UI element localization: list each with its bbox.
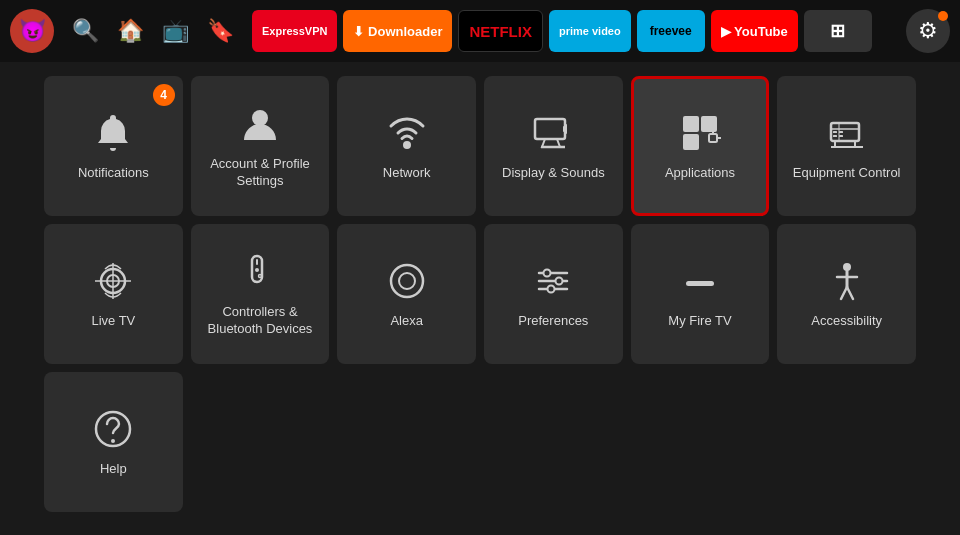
network-icon [385, 111, 429, 155]
network-tile[interactable]: Network [337, 76, 476, 216]
network-label: Network [377, 165, 437, 182]
svg-rect-4 [701, 116, 717, 132]
topbar-left: 😈 🔍 🏠 📺 🔖 [10, 9, 234, 53]
svg-rect-35 [686, 281, 714, 286]
search-icon[interactable]: 🔍 [72, 18, 99, 44]
account-label: Account & Profile Settings [191, 156, 330, 190]
svg-rect-3 [683, 116, 699, 132]
my-fire-tv-tile[interactable]: My Fire TV [631, 224, 770, 364]
notifications-badge: 4 [153, 84, 175, 106]
help-tile[interactable]: Help [44, 372, 183, 512]
preferences-label: Preferences [512, 313, 594, 330]
controllers-icon [238, 250, 282, 294]
app-expressvpn[interactable]: ExpressVPN [252, 10, 337, 52]
svg-rect-14 [833, 135, 837, 137]
live-tv-icon [91, 259, 135, 303]
preferences-tile[interactable]: Preferences [484, 224, 623, 364]
settings-grid: Notifications 4 Account & Profile Settin… [0, 66, 960, 522]
live-tv-label: Live TV [85, 313, 141, 330]
app-youtube[interactable]: ▶ YouTube [711, 10, 798, 52]
display-sounds-label: Display & Sounds [496, 165, 611, 182]
accessibility-label: Accessibility [805, 313, 888, 330]
equipment-control-label: Equipment Control [787, 165, 907, 182]
svg-rect-15 [839, 135, 843, 137]
accessibility-icon [825, 259, 869, 303]
svg-rect-13 [839, 131, 843, 133]
live-tv-tile[interactable]: Live TV [44, 224, 183, 364]
svg-point-32 [544, 269, 551, 276]
notifications-tile[interactable]: Notifications 4 [44, 76, 183, 216]
svg-rect-12 [833, 131, 837, 133]
app-primevideo[interactable]: prime video [549, 10, 631, 52]
svg-rect-5 [683, 134, 699, 150]
display-sounds-tile[interactable]: Display & Sounds [484, 76, 623, 216]
my-fire-tv-icon [678, 259, 722, 303]
svg-rect-6 [709, 134, 717, 142]
account-icon [238, 102, 282, 146]
alexa-label: Alexa [384, 313, 429, 330]
app-grid-icon[interactable]: ⊞ [804, 10, 872, 52]
svg-point-34 [548, 285, 555, 292]
notifications-label: Notifications [72, 165, 155, 182]
svg-point-42 [111, 439, 115, 443]
topbar-apps: ExpressVPN ⬇ Downloader NETFLIX prime vi… [252, 10, 898, 52]
preferences-icon [531, 259, 575, 303]
equipment-control-tile[interactable]: Equipment Control [777, 76, 916, 216]
svg-line-39 [841, 287, 847, 299]
help-label: Help [94, 461, 133, 478]
home-icon[interactable]: 🏠 [117, 18, 144, 44]
tv-icon[interactable]: 📺 [162, 18, 189, 44]
bookmark-icon[interactable]: 🔖 [207, 18, 234, 44]
alexa-tile[interactable]: Alexa [337, 224, 476, 364]
app-downloader[interactable]: ⬇ Downloader [343, 10, 452, 52]
svg-point-27 [391, 265, 423, 297]
account-tile[interactable]: Account & Profile Settings [191, 76, 330, 216]
accessibility-tile[interactable]: Accessibility [777, 224, 916, 364]
controllers-label: Controllers & Bluetooth Devices [191, 304, 330, 338]
equipment-control-icon [825, 111, 869, 155]
applications-tile[interactable]: Applications [631, 76, 770, 216]
app-freevee[interactable]: freevee [637, 10, 705, 52]
applications-label: Applications [659, 165, 741, 182]
display-sounds-icon [531, 111, 575, 155]
svg-point-0 [252, 110, 268, 126]
alexa-icon [385, 259, 429, 303]
svg-point-33 [556, 277, 563, 284]
topbar-right: ⚙ [906, 9, 950, 53]
settings-notification-dot [938, 11, 948, 21]
settings-button[interactable]: ⚙ [906, 9, 950, 53]
svg-line-40 [847, 287, 853, 299]
svg-rect-1 [535, 119, 565, 139]
notifications-icon [91, 111, 135, 155]
applications-icon [678, 111, 722, 155]
svg-point-25 [255, 268, 259, 272]
controllers-tile[interactable]: Controllers & Bluetooth Devices [191, 224, 330, 364]
avatar[interactable]: 😈 [10, 9, 54, 53]
topbar: 😈 🔍 🏠 📺 🔖 ExpressVPN ⬇ Downloader NETFLI… [0, 0, 960, 62]
svg-point-28 [399, 273, 415, 289]
app-netflix[interactable]: NETFLIX [458, 10, 543, 52]
help-icon [91, 407, 135, 451]
my-fire-tv-label: My Fire TV [662, 313, 737, 330]
svg-point-26 [258, 275, 261, 278]
